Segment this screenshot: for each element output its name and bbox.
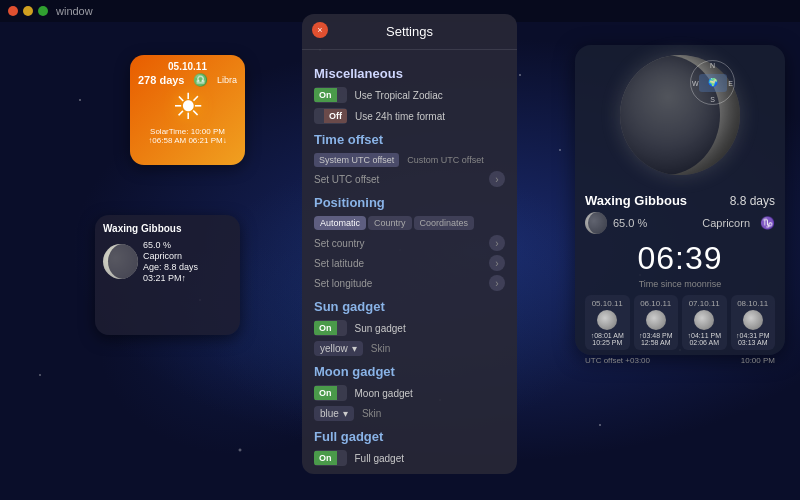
24h-toggle[interactable]: Off [314,108,347,124]
time2-0: 10:25 PM [588,339,627,346]
moon-small-age: Age: 8.8 days [143,262,198,272]
country-tab[interactable]: Country [368,216,412,230]
coordinates-tab[interactable]: Coordinates [414,216,475,230]
sun-skin-value: yellow [320,343,348,354]
section-moon-gadget: Moon gadget [314,364,505,379]
sun-skin-select[interactable]: yellow ▾ [314,341,363,356]
moon-icon-2 [694,310,714,330]
window-controls [8,6,48,16]
sun-gadget-toggle-label: Sun gadget [355,323,406,334]
set-latitude-label: Set latitude [314,258,364,269]
large-moon-widget: N S E W 🌍 Waxing Gibbous 8.8 days 65.0 %… [575,45,785,355]
time2-2: 02:06 AM [685,339,724,346]
longitude-arrow[interactable]: › [489,275,505,291]
compass-circle: N S E W 🌍 [690,60,735,105]
settings-title: Settings [386,24,433,39]
moon-gadget-skin-row: blue ▾ Skin [314,406,505,421]
sun-widget-days: 278 days [138,74,184,86]
moon-gadget-toggle[interactable]: On [314,385,347,401]
window-title-text: window [56,5,93,17]
system-utc-tab[interactable]: System UTC offset [314,153,399,167]
moon-percent: 65.0 % [613,217,647,229]
maximize-window-button[interactable] [38,6,48,16]
moon-gadget-toggle-row: On Moon gadget [314,385,505,401]
sun-icon: ☀ [138,89,237,125]
moon-small-title: Waxing Gibbous [103,223,232,234]
settings-panel: × Settings Miscellaneous On Use Tropical… [302,14,517,474]
sun-widget-date: 05.10.11 [138,61,237,72]
moon-small-row: 65.0 % Capricorn Age: 8.8 days 03:21 PM↑ [103,239,232,284]
moon-small-zodiac: Capricorn [143,251,198,261]
moon-small-icon [103,244,138,279]
sun-gadget-toggle-row: On Sun gadget [314,320,505,336]
moon-icon-3 [743,310,763,330]
section-miscellaneous: Miscellaneous [314,66,505,81]
full-gadget-toggle-row: On Full gadget [314,450,505,466]
tropical-zodiac-toggle[interactable]: On [314,87,347,103]
set-longitude-row: Set longitude › [314,275,505,291]
date-0: 05.10.11 [588,299,627,308]
settings-body: Miscellaneous On Use Tropical Zodiac Off… [302,50,517,470]
set-utc-offset-row: Set UTC offset › [314,171,505,187]
moon-small-percent: 65.0 % [143,240,198,250]
set-country-label: Set country [314,238,365,249]
settings-close-button[interactable]: × [312,22,328,38]
world-map-icon: 🌍 [699,74,727,92]
utc-bar: UTC offset +03:00 10:00 PM [585,356,775,365]
close-window-button[interactable] [8,6,18,16]
moon-time-label: Time since moonrise [585,279,775,289]
date-3: 08.10.11 [734,299,773,308]
toggle-24h: Off Use 24h time format [314,108,505,124]
date-card-3: 08.10.11 ↑04:31 PM 03:13 AM [731,295,776,350]
moon-phase-name: Waxing Gibbous [585,193,687,208]
moon-zodiac: Capricorn [702,217,750,229]
section-positioning: Positioning [314,195,505,210]
date-1: 06.10.11 [637,299,676,308]
sun-widget-times: ↑06:58 AM 06:21 PM↓ [138,136,237,145]
full-gadget-toggle[interactable]: On [314,450,347,466]
moon-icon-1 [646,310,666,330]
set-longitude-label: Set longitude [314,278,372,289]
compass-west: W [692,79,699,86]
minimize-window-button[interactable] [23,6,33,16]
moon-small-widget: Waxing Gibbous 65.0 % Capricorn Age: 8.8… [95,215,240,335]
set-utc-offset-label: Set UTC offset [314,174,379,185]
date-2: 07.10.11 [685,299,724,308]
time1-0: ↑08:01 AM [588,332,627,339]
toggle-tropical-zodiac: On Use Tropical Zodiac [314,87,505,103]
capricorn-icon: ♑ [760,216,775,230]
24h-label: Use 24h time format [355,111,445,122]
moon-gadget-toggle-label: Moon gadget [355,388,413,399]
moon-time-large: 06:39 [585,240,775,277]
sun-skin-label: Skin [371,343,390,354]
automatic-tab[interactable]: Automatic [314,216,366,230]
latitude-arrow[interactable]: › [489,255,505,271]
time1-1: ↑03:48 PM [637,332,676,339]
chevron-down-icon: ▾ [352,343,357,354]
sun-widget-solar-time: SolarTime: 10:00 PM [138,127,237,136]
compass-south: S [710,96,715,103]
date-card-0: 05.10.11 ↑08:01 AM 10:25 PM [585,295,630,350]
moon-skin-value: blue [320,408,339,419]
tropical-zodiac-label: Use Tropical Zodiac [355,90,443,101]
sun-widget-zodiac: Libra [217,75,237,85]
section-sun-gadget: Sun gadget [314,299,505,314]
sun-widget: 05.10.11 278 days ♎ Libra ☀ SolarTime: 1… [130,55,245,165]
date-strip: 05.10.11 ↑08:01 AM 10:25 PM 06.10.11 ↑03… [585,295,775,350]
country-arrow[interactable]: › [489,235,505,251]
sun-widget-info-row: 278 days ♎ Libra [138,73,237,87]
utc-offset-arrow[interactable]: › [489,171,505,187]
sun-gadget-toggle[interactable]: On [314,320,347,336]
close-icon: × [317,25,322,35]
chevron-down-icon-2: ▾ [343,408,348,419]
moon-stats-row: 65.0 % Capricorn ♑ [585,212,775,234]
custom-utc-tab[interactable]: Custom UTC offset [402,153,488,167]
compass: N S E W 🌍 [690,60,740,110]
moon-skin-select[interactable]: blue ▾ [314,406,354,421]
moon-icon-0 [597,310,617,330]
section-full-gadget: Full gadget [314,429,505,444]
set-latitude-row: Set latitude › [314,255,505,271]
utc-tabs: System UTC offset Custom UTC offset [314,153,505,167]
positioning-tabs: Automatic Country Coordinates [314,216,505,230]
moon-phase-icon [585,212,607,234]
